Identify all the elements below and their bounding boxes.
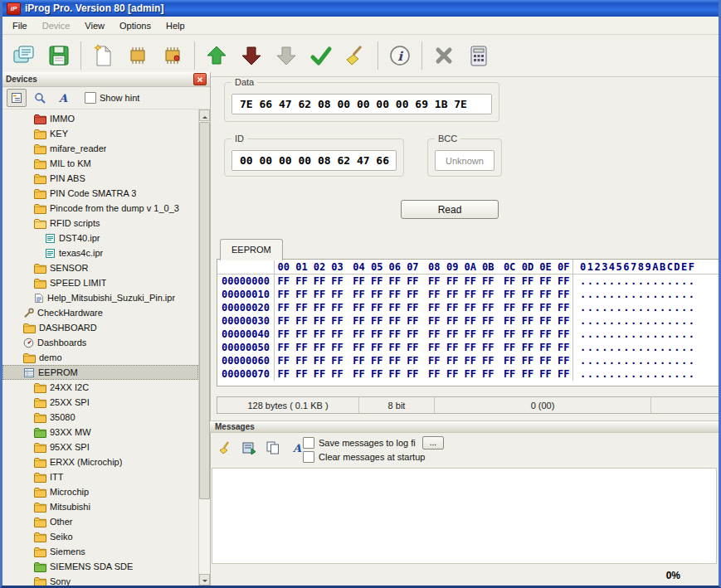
hex-byte-cell[interactable]: FF [310,367,329,381]
close-panel-button[interactable] [193,73,207,85]
hex-byte-cell[interactable]: FF [479,275,497,289]
hex-byte-cell[interactable]: FF [479,288,497,301]
hex-byte-cell[interactable]: FF [329,367,347,381]
hex-byte-cell[interactable]: FF [554,328,572,341]
hex-byte-cell[interactable]: FF [554,301,572,314]
hex-byte-cell[interactable]: FF [346,341,368,354]
erase-button[interactable] [339,39,373,72]
tree-item[interactable]: CheckHardware [2,305,198,320]
hex-ascii-cell[interactable]: ................ [572,367,719,381]
tree-item[interactable]: DST40.ipr [2,231,198,245]
read-device-button[interactable] [199,39,234,72]
hex-byte-cell[interactable]: FF [554,341,572,354]
hex-byte-cell[interactable]: FF [537,341,555,354]
hex-byte-cell[interactable]: FF [461,275,480,289]
hex-byte-cell[interactable]: FF [329,341,347,354]
tree-item[interactable]: Pincode from the dump v 1_0_3 [2,201,198,216]
hex-byte-cell[interactable]: FF [537,354,555,367]
cancel-button[interactable] [426,39,461,72]
hex-byte-cell[interactable]: FF [461,354,480,367]
hex-byte-cell[interactable]: FF [479,367,497,381]
hex-byte-cell[interactable]: FF [443,341,461,354]
hex-byte-cell[interactable]: FF [421,275,443,289]
scroll-thumb[interactable] [199,122,210,499]
tree-scrollbar[interactable] [198,109,210,586]
save-log-checkbox[interactable] [303,437,314,449]
hex-byte-cell[interactable]: FF [497,367,519,381]
hex-byte-cell[interactable]: FF [346,301,368,314]
select-device-button[interactable] [120,39,155,72]
hex-byte-cell[interactable]: FF [421,288,443,301]
tree-item[interactable]: Help_Mitsubishi_Suzuki_Pin.ipr [2,290,198,305]
hex-byte-cell[interactable]: FF [554,367,572,381]
hex-byte-cell[interactable]: FF [404,314,422,328]
hex-byte-cell[interactable]: FF [537,301,555,314]
hex-byte-cell[interactable]: FF [275,301,293,314]
tree-item[interactable]: Other [2,514,198,529]
hex-byte-cell[interactable]: FF [368,301,387,314]
hex-byte-cell[interactable]: FF [519,341,537,354]
menu-help[interactable]: Help [158,18,192,33]
open-scripts-button[interactable] [7,39,41,72]
hex-byte-cell[interactable]: FF [461,328,480,341]
hex-byte-cell[interactable]: FF [443,314,461,328]
data-field[interactable]: 7E 66 47 62 08 00 00 00 00 69 1B 7E [231,94,492,114]
hex-byte-cell[interactable]: FF [479,301,497,314]
tree-item[interactable]: PIN ABS [2,171,198,186]
hex-byte-cell[interactable]: FF [329,301,347,314]
hex-byte-cell[interactable]: FF [497,288,519,301]
hex-byte-cell[interactable]: FF [293,328,311,341]
hex-byte-cell[interactable]: FF [421,367,443,381]
scroll-up-button[interactable] [199,109,210,121]
hex-byte-cell[interactable]: FF [519,354,537,367]
hex-byte-cell[interactable]: FF [275,367,293,381]
hex-byte-cell[interactable]: FF [537,288,555,301]
hex-byte-cell[interactable]: FF [497,341,519,354]
tree-item[interactable]: Seiko [2,529,198,544]
hex-ascii-cell[interactable]: ................ [572,314,719,328]
hex-byte-cell[interactable]: FF [275,328,293,341]
show-hint-checkbox[interactable] [85,92,96,104]
hex-byte-cell[interactable]: FF [461,314,480,328]
hex-byte-cell[interactable]: FF [554,314,572,328]
write-partial-button[interactable] [269,39,304,72]
tree-item[interactable]: demo [2,350,198,365]
hex-byte-cell[interactable]: FF [537,314,555,328]
tree-item[interactable]: Dashboards [2,335,198,350]
hex-byte-cell[interactable]: FF [293,288,311,301]
hex-ascii-cell[interactable]: ................ [572,341,719,354]
hex-byte-cell[interactable]: FF [368,367,387,381]
tree-item[interactable]: EEPROM [2,365,198,380]
hex-byte-cell[interactable]: FF [329,314,347,328]
hex-byte-cell[interactable]: FF [310,288,329,301]
hex-byte-cell[interactable]: FF [329,328,347,341]
hex-byte-cell[interactable]: FF [386,354,404,367]
tree-item[interactable]: Microchip [2,484,198,499]
tree-item[interactable]: mifare_reader [2,141,198,156]
hex-byte-cell[interactable]: FF [443,354,461,367]
hex-byte-cell[interactable]: FF [368,328,387,341]
hex-byte-cell[interactable]: FF [346,328,368,341]
hex-byte-cell[interactable]: FF [293,301,311,314]
hex-byte-cell[interactable]: FF [293,367,311,381]
tree-item[interactable]: SENSOR [2,260,198,275]
tree-item[interactable]: SIEMENS SDA SDE [2,559,198,574]
tree-item[interactable]: Mitsubishi [2,499,198,514]
verify-button[interactable] [304,39,339,72]
hex-byte-cell[interactable]: FF [310,354,329,367]
hex-byte-cell[interactable]: FF [404,367,422,381]
hex-byte-cell[interactable]: FF [293,354,311,367]
hex-byte-cell[interactable]: FF [537,328,555,341]
id-field[interactable]: 00 00 00 00 08 62 47 66 [231,150,397,171]
hex-byte-cell[interactable]: FF [293,314,311,328]
hex-byte-cell[interactable]: FF [497,301,519,314]
tree-item[interactable]: texas4c.ipr [2,245,198,260]
hex-byte-cell[interactable]: FF [404,341,422,354]
hex-byte-cell[interactable]: FF [443,275,461,289]
tree-item[interactable]: Sony [2,574,198,586]
hex-byte-cell[interactable]: FF [368,354,387,367]
hex-byte-cell[interactable]: FF [461,367,480,381]
tree-item[interactable]: 95XX SPI [2,440,198,454]
hex-byte-cell[interactable]: FF [461,341,480,354]
hex-byte-cell[interactable]: FF [346,367,368,381]
